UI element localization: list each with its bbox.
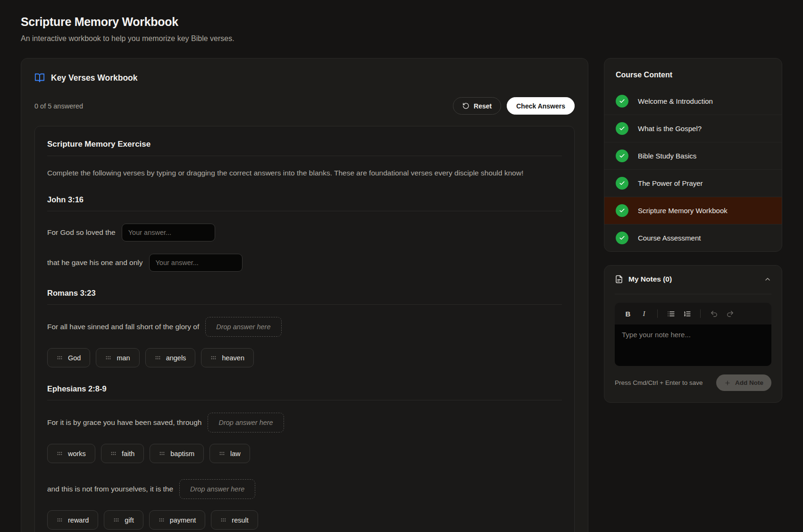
chip-label: reward xyxy=(68,516,89,524)
chips-row: God man angels heaven xyxy=(47,348,562,367)
numbered-list-button[interactable] xyxy=(680,308,694,320)
answer-chip[interactable]: gift xyxy=(104,510,143,530)
verse-text: For God so loved the xyxy=(47,228,116,237)
exercise-title: Scripture Memory Exercise xyxy=(47,140,562,149)
answer-chip[interactable]: reward xyxy=(47,510,98,530)
answer-input[interactable] xyxy=(149,254,243,272)
course-item-label: Scripture Memory Workbook xyxy=(638,207,728,215)
verse-text: For all have sinned and fall short of th… xyxy=(47,323,199,331)
add-note-button[interactable]: Add Note xyxy=(716,374,771,391)
answer-chip[interactable]: result xyxy=(211,510,258,530)
reset-button-label: Reset xyxy=(474,102,492,110)
check-answers-button[interactable]: Check Answers xyxy=(507,97,575,115)
exercise-instructions: Complete the following verses by typing … xyxy=(47,167,562,178)
verse-heading: Romans 3:23 xyxy=(47,289,562,298)
answer-chip[interactable]: angels xyxy=(145,348,196,367)
note-input[interactable] xyxy=(615,324,771,366)
answer-chip[interactable]: payment xyxy=(149,510,206,530)
grip-icon xyxy=(105,355,111,360)
verse-text: For it is by grace you have been saved, … xyxy=(47,418,201,427)
completed-check-icon xyxy=(616,150,628,162)
workbook-card: Key Verses Workbook 0 of 5 answered Rese… xyxy=(21,58,588,532)
chip-label: result xyxy=(232,516,248,524)
completed-check-icon xyxy=(616,204,628,217)
book-open-icon xyxy=(34,73,45,83)
completed-check-icon xyxy=(616,177,628,190)
page-subtitle: An interactive workbook to help you memo… xyxy=(21,34,782,43)
answer-dropzone[interactable]: Drop answer here xyxy=(205,317,281,337)
verse-section-romans-3-23: Romans 3:23 For all have sinned and fall… xyxy=(47,289,562,367)
collapse-notes-button[interactable] xyxy=(764,275,771,283)
course-content-card: Course Content Welcome & Introduction Wh… xyxy=(604,58,782,252)
grip-icon xyxy=(57,451,63,456)
chip-label: man xyxy=(117,354,130,362)
verse-heading: Ephesians 2:8-9 xyxy=(47,384,562,393)
bold-button[interactable]: B xyxy=(621,308,635,320)
add-note-label: Add Note xyxy=(735,379,763,386)
grip-icon xyxy=(210,355,217,360)
chip-label: gift xyxy=(125,516,134,524)
chips-row: works faith baptism law xyxy=(47,444,562,463)
verse-row: For all have sinned and fall short of th… xyxy=(47,317,562,337)
dropzone-label: Drop answer here xyxy=(190,485,244,493)
my-notes-card: My Notes (0) B I xyxy=(604,265,782,403)
toolbar-separator xyxy=(700,309,701,318)
answer-chip[interactable]: man xyxy=(96,348,139,367)
note-editor-toolbar: B I xyxy=(615,303,771,324)
grip-icon xyxy=(57,355,63,360)
sidebar-item-bible-study-basics[interactable]: Bible Study Basics xyxy=(604,142,782,169)
course-item-label: Course Assessment xyxy=(638,234,701,242)
undo-button[interactable] xyxy=(707,308,720,320)
answer-chip[interactable]: God xyxy=(47,348,90,367)
italic-button[interactable]: I xyxy=(637,308,651,320)
redo-button[interactable] xyxy=(723,308,736,320)
chip-label: God xyxy=(68,354,81,362)
sidebar-item-course-assessment[interactable]: Course Assessment xyxy=(604,224,782,251)
answer-chip[interactable]: heaven xyxy=(201,348,254,367)
course-item-label: What is the Gospel? xyxy=(638,125,702,133)
reset-icon xyxy=(462,102,469,109)
note-editor: B I xyxy=(615,303,771,366)
completed-check-icon xyxy=(616,122,628,135)
answer-dropzone[interactable]: Drop answer here xyxy=(208,413,284,432)
answer-dropzone[interactable]: Drop answer here xyxy=(179,479,255,499)
divider xyxy=(47,156,562,156)
toolbar-separator xyxy=(657,309,658,318)
answer-input[interactable] xyxy=(122,224,215,241)
workbook-title: Key Verses Workbook xyxy=(51,73,138,83)
verse-heading: John 3:16 xyxy=(47,195,562,204)
reset-button[interactable]: Reset xyxy=(453,97,501,115)
sidebar-item-scripture-memory-workbook[interactable]: Scripture Memory Workbook xyxy=(604,197,782,224)
grip-icon xyxy=(220,517,226,523)
progress-status: 0 of 5 answered xyxy=(34,102,83,110)
sidebar-item-welcome-introduction[interactable]: Welcome & Introduction xyxy=(604,88,782,115)
chip-label: heaven xyxy=(222,354,244,362)
completed-check-icon xyxy=(616,232,628,244)
course-item-label: Welcome & Introduction xyxy=(638,97,713,105)
chip-label: faith xyxy=(122,450,134,457)
answer-chip[interactable]: baptism xyxy=(150,444,204,463)
sidebar-item-the-power-of-prayer[interactable]: The Power of Prayer xyxy=(604,169,782,197)
verse-row: For God so loved the xyxy=(47,224,562,241)
bullet-list-button[interactable] xyxy=(664,308,678,320)
grip-icon xyxy=(155,355,161,360)
grip-icon xyxy=(113,517,119,523)
plus-icon xyxy=(724,380,731,386)
divider xyxy=(47,400,562,400)
answer-chip[interactable]: faith xyxy=(101,444,144,463)
answer-chip[interactable]: law xyxy=(209,444,250,463)
chips-row: reward gift payment result xyxy=(47,510,562,530)
sidebar-item-what-is-the-gospel[interactable]: What is the Gospel? xyxy=(604,115,782,142)
page-title: Scripture Memory Workbook xyxy=(21,15,782,29)
workbook-toolbar: 0 of 5 answered Reset Check Answers xyxy=(34,97,575,115)
my-notes-header: My Notes (0) xyxy=(615,275,771,283)
divider xyxy=(615,294,771,294)
chip-label: angels xyxy=(166,354,186,362)
page: Scripture Memory Workbook An interactive… xyxy=(0,0,803,532)
grip-icon xyxy=(110,451,117,456)
note-icon xyxy=(615,275,623,283)
answer-chip[interactable]: works xyxy=(47,444,95,463)
grip-icon xyxy=(159,517,165,523)
grip-icon xyxy=(219,451,225,456)
course-content-title: Course Content xyxy=(604,58,782,88)
